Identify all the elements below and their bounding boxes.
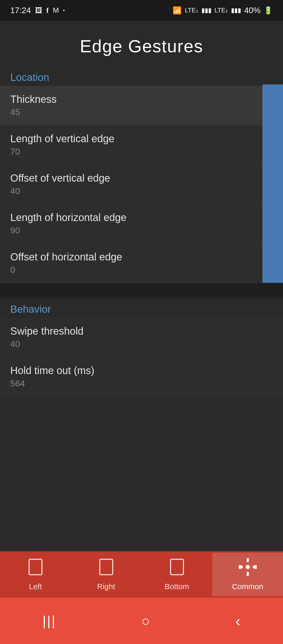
hold-timeout-label: Hold time out (ms): [10, 365, 273, 376]
length-vertical-item[interactable]: Length of vertical edge 70: [0, 125, 283, 165]
section-divider: [0, 283, 283, 298]
length-vertical-label: Length of vertical edge: [10, 133, 273, 145]
offset-vertical-value: 40: [10, 186, 273, 196]
system-navigation-bar: ||| ○ ‹: [0, 598, 283, 644]
bottom-nav-icon: [169, 558, 185, 580]
length-vertical-value: 70: [10, 147, 273, 157]
back-button[interactable]: ‹: [235, 612, 240, 630]
signal1-icon: ▮▮▮: [201, 7, 211, 14]
swipe-threshold-label: Swipe threshold: [10, 325, 273, 337]
photo-icon: 🖼: [35, 6, 42, 15]
status-bar: 17:24 🖼 f M • 📶 LTE₁ ▮▮▮ LTE₂ ▮▮▮ 40% 🔋: [0, 0, 283, 21]
nav-item-common[interactable]: Common: [212, 553, 283, 596]
status-right: 📶 LTE₁ ▮▮▮ LTE₂ ▮▮▮ 40% 🔋: [173, 6, 273, 15]
length-horizontal-value: 90: [10, 225, 273, 235]
right-nav-icon: [99, 558, 114, 580]
gmail-icon: M: [53, 6, 59, 14]
bottom-navigation: Left Right Bottom: [0, 551, 283, 598]
common-nav-icon: [239, 558, 257, 580]
length-horizontal-item[interactable]: Length of horizontal edge 90: [0, 204, 283, 243]
bottom-nav-label: Bottom: [165, 582, 189, 591]
swipe-threshold-item[interactable]: Swipe threshold 40: [0, 318, 283, 357]
nav-item-right[interactable]: Right: [71, 553, 142, 596]
notification-dot-icon: •: [63, 7, 65, 13]
svg-rect-2: [171, 559, 183, 575]
swipe-threshold-value: 40: [10, 339, 273, 349]
page-title: Edge Gestures: [0, 21, 283, 66]
thickness-value: 45: [10, 107, 273, 117]
svg-point-3: [246, 565, 250, 569]
signal2-icon: ▮▮▮: [231, 7, 241, 14]
common-nav-label: Common: [232, 582, 263, 591]
wifi-icon: 📶: [173, 6, 182, 15]
hold-timeout-item[interactable]: Hold time out (ms) 564: [0, 357, 283, 396]
left-nav-icon: [28, 558, 43, 580]
status-left: 17:24 🖼 f M •: [10, 6, 65, 15]
offset-horizontal-value: 0: [10, 265, 273, 275]
blue-edge-panel: [262, 84, 283, 239]
svg-rect-0: [29, 559, 42, 575]
right-nav-label: Right: [97, 582, 115, 591]
offset-horizontal-label: Offset of horizontal edge: [10, 251, 273, 263]
location-section-header: Location: [0, 66, 283, 86]
svg-rect-1: [100, 559, 113, 575]
offset-vertical-label: Offset of vertical edge: [10, 172, 273, 184]
time-display: 17:24: [10, 6, 31, 15]
svg-rect-4: [247, 558, 249, 562]
offset-horizontal-item[interactable]: Offset of horizontal edge 0: [0, 243, 283, 283]
svg-rect-5: [247, 572, 249, 576]
facebook-icon: f: [46, 6, 49, 14]
lte2-icon: LTE₂: [215, 7, 228, 14]
location-items-container: Thickness 45 Length of vertical edge 70 …: [0, 86, 283, 283]
thickness-label: Thickness: [10, 94, 273, 105]
behavior-section-header: Behavior: [0, 298, 283, 318]
offset-vertical-item[interactable]: Offset of vertical edge 40: [0, 165, 283, 204]
recents-button[interactable]: |||: [43, 613, 56, 629]
left-nav-label: Left: [29, 582, 42, 591]
home-button[interactable]: ○: [141, 613, 150, 629]
thickness-item[interactable]: Thickness 45: [0, 86, 283, 125]
behavior-section: Behavior Swipe threshold 40 Hold time ou…: [0, 298, 283, 396]
length-horizontal-label: Length of horizontal edge: [10, 212, 273, 223]
nav-item-bottom[interactable]: Bottom: [142, 553, 212, 596]
lte1-icon: LTE₁: [185, 7, 198, 14]
battery-icon: 🔋: [264, 6, 273, 15]
hold-timeout-value: 564: [10, 378, 273, 388]
nav-item-left[interactable]: Left: [0, 553, 71, 596]
battery-percent: 40%: [244, 6, 261, 15]
